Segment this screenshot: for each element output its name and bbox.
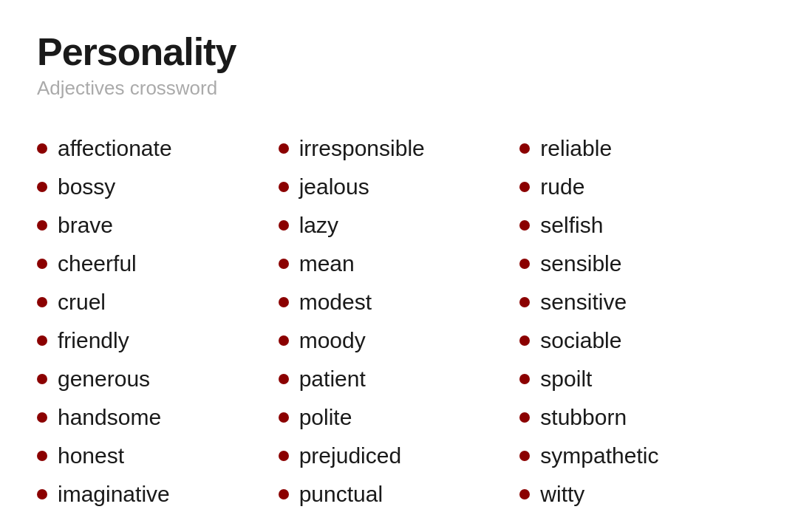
bullet-icon (37, 143, 47, 154)
word-label: sensitive (540, 290, 627, 315)
bullet-icon (519, 220, 530, 231)
word-label: sociable (540, 328, 621, 353)
bullet-icon (37, 451, 47, 461)
bullet-icon (519, 297, 530, 307)
word-label: witty (540, 482, 584, 507)
word-label: spoilt (540, 366, 592, 392)
word-label: friendly (58, 328, 129, 353)
bullet-icon (37, 374, 47, 384)
page-subtitle: Adjectives crossword (37, 77, 761, 100)
word-label: generous (58, 366, 150, 392)
list-item: modest (279, 283, 520, 321)
word-label: lazy (299, 213, 338, 238)
word-label: bossy (58, 174, 115, 200)
bullet-icon (279, 259, 289, 269)
bullet-icon (519, 412, 530, 423)
bullet-icon (279, 412, 289, 423)
list-item: cruel (37, 283, 279, 321)
list-item: sympathetic (519, 437, 761, 475)
bullet-icon (519, 451, 530, 461)
word-label: mean (299, 251, 355, 276)
list-item: lazy (279, 206, 520, 245)
list-item: handsome (37, 398, 279, 437)
word-label: punctual (299, 482, 383, 507)
list-item: sociable (519, 321, 761, 360)
list-item: selfish (519, 206, 761, 245)
word-label: brave (58, 213, 113, 238)
list-item: honest (37, 437, 279, 475)
list-item: sensitive (519, 283, 761, 321)
list-item: affectionate (37, 129, 279, 168)
bullet-icon (37, 412, 47, 423)
bullet-icon (519, 182, 530, 192)
word-label: sensible (540, 251, 621, 276)
list-item: prejudiced (279, 437, 520, 475)
bullet-icon (37, 297, 47, 307)
word-column-2: irresponsiblejealouslazymeanmodestmoodyp… (279, 129, 520, 514)
page-title: Personality (37, 30, 761, 74)
word-label: honest (58, 443, 124, 468)
word-lists: affectionatebossybravecheerfulcruelfrien… (37, 129, 761, 514)
bullet-icon (519, 374, 530, 384)
bullet-icon (279, 335, 289, 346)
list-item: spoilt (519, 360, 761, 398)
word-label: cheerful (58, 251, 137, 276)
bullet-icon (37, 182, 47, 192)
word-label: selfish (540, 213, 603, 238)
list-item: rude (519, 168, 761, 206)
list-item: mean (279, 245, 520, 283)
word-label: sympathetic (540, 443, 658, 468)
word-label: rude (540, 174, 584, 200)
list-item: punctual (279, 475, 520, 514)
word-label: prejudiced (299, 443, 401, 468)
bullet-icon (37, 489, 47, 499)
list-item: imaginative (37, 475, 279, 514)
list-item: stubborn (519, 398, 761, 437)
word-label: jealous (299, 174, 369, 200)
word-label: imaginative (58, 482, 170, 507)
list-item: generous (37, 360, 279, 398)
list-item: irresponsible (279, 129, 520, 168)
word-label: reliable (540, 136, 612, 161)
list-item: moody (279, 321, 520, 360)
list-item: jealous (279, 168, 520, 206)
word-label: irresponsible (299, 136, 425, 161)
list-item: friendly (37, 321, 279, 360)
bullet-icon (279, 451, 289, 461)
word-label: stubborn (540, 405, 627, 430)
bullet-icon (37, 220, 47, 231)
bullet-icon (279, 182, 289, 192)
bullet-icon (37, 335, 47, 346)
bullet-icon (279, 489, 289, 499)
word-label: moody (299, 328, 366, 353)
bullet-icon (519, 489, 530, 499)
list-item: sensible (519, 245, 761, 283)
word-column-1: affectionatebossybravecheerfulcruelfrien… (37, 129, 279, 514)
list-item: brave (37, 206, 279, 245)
list-item: bossy (37, 168, 279, 206)
list-item: cheerful (37, 245, 279, 283)
word-column-3: reliablerudeselfishsensiblesensitivesoci… (519, 129, 761, 514)
word-label: handsome (58, 405, 161, 430)
word-label: affectionate (58, 136, 172, 161)
bullet-icon (519, 143, 530, 154)
list-item: reliable (519, 129, 761, 168)
word-label: cruel (58, 290, 106, 315)
bullet-icon (279, 297, 289, 307)
bullet-icon (279, 143, 289, 154)
list-item: witty (519, 475, 761, 514)
list-item: patient (279, 360, 520, 398)
bullet-icon (279, 220, 289, 231)
bullet-icon (519, 335, 530, 346)
bullet-icon (279, 374, 289, 384)
bullet-icon (37, 259, 47, 269)
word-label: polite (299, 405, 352, 430)
bullet-icon (519, 259, 530, 269)
word-label: patient (299, 366, 366, 392)
list-item: polite (279, 398, 520, 437)
word-label: modest (299, 290, 372, 315)
